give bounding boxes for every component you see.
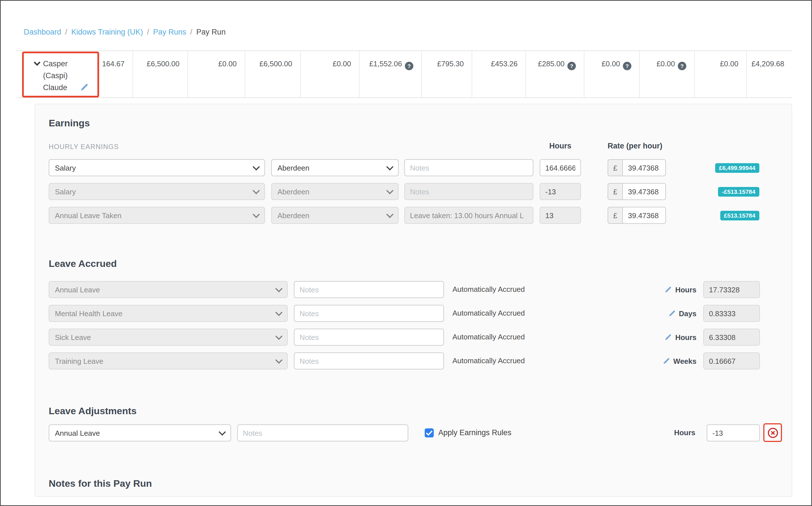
hours-input xyxy=(540,207,581,224)
breadcrumb-separator: / xyxy=(65,28,67,36)
location-value: Aberdeen xyxy=(278,163,309,172)
leave-type-value: Annual Leave xyxy=(55,429,100,437)
payrun-value: £0.00 xyxy=(720,60,738,68)
breadcrumb-link-dashboard[interactable]: Dashboard xyxy=(24,28,61,36)
breadcrumb-link-business[interactable]: Kidows Training (UK) xyxy=(71,28,143,36)
edit-pencil-icon[interactable] xyxy=(80,83,88,92)
payrun-summary-row: Casper (Caspi) Claude 164.67 £6,500.00 £… xyxy=(16,51,792,98)
payrun-cell: £0.00 xyxy=(188,51,245,97)
location-select[interactable]: Aberdeen xyxy=(271,159,399,176)
annotation-highlight-delete xyxy=(763,423,782,442)
leave-type-select: Mental Health Leave xyxy=(49,305,288,322)
location-select: Aberdeen xyxy=(271,183,399,200)
rate-input[interactable] xyxy=(622,207,666,224)
notes-input[interactable] xyxy=(294,305,444,322)
chevron-down-icon[interactable] xyxy=(33,61,41,66)
currency-prefix: £ xyxy=(608,207,622,224)
payrun-cell: £1,552.06? xyxy=(360,51,422,97)
payrun-cell: £285.00? xyxy=(526,51,584,97)
leave-accrued-title: Leave Accrued xyxy=(49,258,117,270)
hours-input xyxy=(540,183,581,200)
earning-total-badge: -£513.15784 xyxy=(718,187,759,197)
breadcrumb: Dashboard / Kidows Training (UK) / Pay R… xyxy=(24,28,226,36)
help-icon[interactable]: ? xyxy=(568,62,576,70)
unit-label: Weeks xyxy=(673,357,697,365)
help-icon[interactable]: ? xyxy=(405,62,413,70)
leave-type-select: Training Leave xyxy=(49,352,288,369)
chevron-down-icon xyxy=(252,210,260,218)
payrun-value: £4,209.68 xyxy=(751,60,784,68)
earning-total-badge: £513.15784 xyxy=(720,211,759,221)
breadcrumb-separator: / xyxy=(190,28,193,36)
delete-row-icon[interactable] xyxy=(768,427,778,438)
unit-label: Hours xyxy=(675,285,697,294)
leave-type-value: Sick Leave xyxy=(55,333,91,341)
chevron-down-icon xyxy=(219,428,226,435)
payrun-cell: £0.00? xyxy=(640,51,695,97)
leave-type-value: Annual Leave xyxy=(55,285,100,294)
employee-name-line: (Caspi) xyxy=(43,70,96,82)
help-icon[interactable]: ? xyxy=(678,62,686,70)
location-value: Aberdeen xyxy=(278,211,309,220)
payrun-value: £0.00 xyxy=(218,60,237,68)
payrun-page: Dashboard / Kidows Training (UK) / Pay R… xyxy=(0,0,812,506)
leave-type-value: Training Leave xyxy=(55,357,103,365)
edit-pencil-icon[interactable] xyxy=(668,310,676,317)
earning-total-badge: £6,499.99944 xyxy=(715,163,759,173)
notes-input xyxy=(404,183,533,200)
notes-input[interactable] xyxy=(294,281,444,298)
unit-label: Days xyxy=(679,309,697,318)
notes-input[interactable] xyxy=(294,329,444,346)
rate-input[interactable] xyxy=(622,183,666,200)
earning-type-select: Annual Leave Taken xyxy=(49,207,265,224)
breadcrumb-separator: / xyxy=(147,28,149,36)
hours-column-header: Hours xyxy=(540,142,581,150)
payrun-value: £6,500.00 xyxy=(259,60,292,68)
hourly-earnings-label: HOURLY EARNINGS xyxy=(49,143,119,151)
hours-input[interactable] xyxy=(540,159,581,176)
notes-section-title: Notes for this Pay Run xyxy=(49,478,152,490)
leave-adjustments-title: Leave Adjustments xyxy=(49,406,137,417)
location-select: Aberdeen xyxy=(271,207,399,224)
location-value: Aberdeen xyxy=(278,187,309,196)
payrun-cell-hours: 164.67 xyxy=(96,51,133,97)
earnings-row: Salary Aberdeen £ £6,499.99944 xyxy=(35,159,792,176)
payrun-value: £0.00 xyxy=(656,60,675,68)
earning-type-value: Annual Leave Taken xyxy=(55,211,121,220)
earning-type-select: Salary xyxy=(49,183,265,200)
unit-label: Hours xyxy=(675,333,697,341)
payrun-value: £6,500.00 xyxy=(147,60,180,68)
employee-name-line: Casper xyxy=(43,58,68,70)
leave-accrued-row: Annual Leave Automatically Accrued Hours xyxy=(35,281,792,298)
chevron-down-icon xyxy=(275,356,282,363)
earnings-title: Earnings xyxy=(49,118,90,129)
help-icon[interactable]: ? xyxy=(623,62,631,70)
apply-earnings-rules-label[interactable]: Apply Earnings Rules xyxy=(438,424,511,441)
leave-type-select[interactable]: Annual Leave xyxy=(49,424,231,441)
accrued-value-input xyxy=(703,329,760,346)
adjustment-hours-input[interactable] xyxy=(707,424,760,441)
apply-earnings-rules-checkbox[interactable] xyxy=(425,428,434,437)
rate-input[interactable] xyxy=(622,159,666,176)
leave-adjustment-row: Annual Leave Apply Earnings Rules Hours xyxy=(35,424,792,441)
notes-input[interactable] xyxy=(294,352,444,369)
chevron-down-icon xyxy=(275,309,282,316)
breadcrumb-link-payruns[interactable]: Pay Runs xyxy=(153,28,186,36)
chevron-down-icon xyxy=(386,163,393,170)
payrun-cell: £0.00? xyxy=(584,51,640,97)
currency-prefix: £ xyxy=(608,183,622,200)
notes-input[interactable] xyxy=(404,159,533,176)
earning-type-select[interactable]: Salary xyxy=(49,159,265,176)
adjustment-hours-label: Hours xyxy=(674,424,695,441)
accrued-value-input xyxy=(703,281,760,298)
breadcrumb-current: Pay Run xyxy=(196,28,226,36)
employee-cell[interactable]: Casper (Caspi) Claude xyxy=(16,51,96,97)
payrun-value: £0.00 xyxy=(602,60,620,68)
edit-pencil-icon[interactable] xyxy=(665,286,672,293)
notes-input[interactable] xyxy=(237,424,408,441)
payrun-cell: £0.00 xyxy=(301,51,360,97)
leave-accrued-row: Sick Leave Automatically Accrued Hours xyxy=(35,329,792,346)
chevron-down-icon xyxy=(386,210,393,218)
edit-pencil-icon[interactable] xyxy=(665,333,672,341)
edit-pencil-icon[interactable] xyxy=(663,357,670,365)
